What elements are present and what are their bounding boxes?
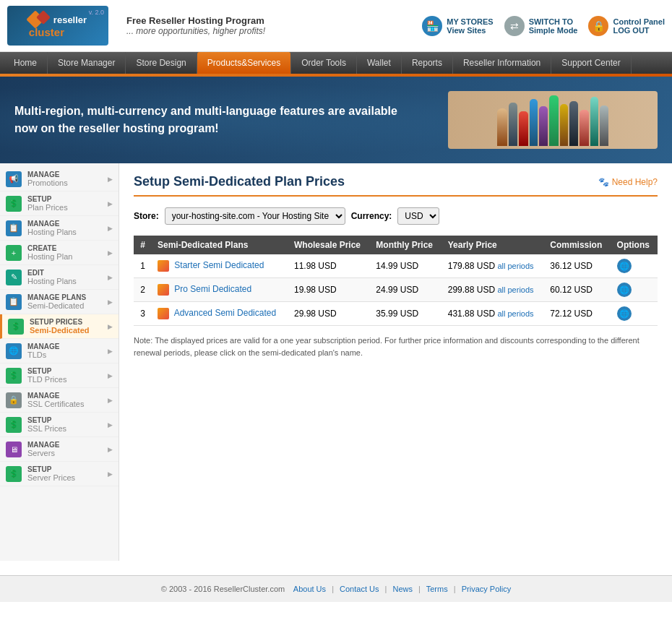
row-plan: Advanced Semi Dedicated (152, 302, 288, 326)
banner-text: Multi-region, multi-currency and multi-l… (14, 103, 419, 137)
options-globe-icon[interactable]: 🌐 (617, 283, 632, 297)
table-row: 3 Advanced Semi Dedicated 29.98 USD 35.9… (134, 302, 658, 326)
footer-about-link[interactable]: About Us (293, 585, 326, 593)
store-dropdown[interactable]: your-hosting-site.com - Your Hosting Sit… (165, 207, 345, 225)
options-globe-icon[interactable]: 🌐 (617, 306, 632, 321)
copyright: © 2003 - 2016 ResellerCluster.com (161, 585, 285, 593)
row-num: 1 (134, 254, 152, 278)
my-stores-icon: 🏪 (422, 16, 442, 36)
tlds-icon: 🌐 (6, 343, 22, 359)
table-row: 2 Pro Semi Dedicated 19.98 USD 24.99 USD… (134, 278, 658, 302)
nav-store-design[interactable]: Store Design (126, 52, 197, 74)
col-monthly: Monthly Price (370, 236, 441, 254)
row-wholesale: 29.98 USD (288, 302, 370, 326)
help-icon: 🐾 (598, 177, 609, 187)
sidebar-item-manage-servers[interactable]: 🖥 MANAGE Servers ▶ (0, 437, 119, 462)
tagline-sub: ... more opportunities, higher profits! (126, 26, 265, 36)
arrow-icon: ▶ (108, 397, 113, 404)
setup-prices-semi-cat: SETUP Prices (30, 318, 90, 326)
sidebar-item-setup-ssl-prices[interactable]: 💲 SETUP SSL Prices ▶ (0, 413, 119, 437)
create-plan-icon: + (6, 245, 22, 261)
manage-promotions-name: Promotions (27, 178, 68, 187)
nav-support[interactable]: Support Center (551, 52, 631, 74)
plan-name-link[interactable]: Pro Semi Dedicated (174, 284, 251, 294)
promotions-icon: 📢 (6, 171, 22, 187)
arrow-icon: ▶ (108, 348, 113, 355)
all-periods-link[interactable]: all periods (497, 262, 533, 270)
sidebar-item-setup-tld-prices[interactable]: 💲 SETUP TLD Prices ▶ (0, 363, 119, 388)
ssl-prices-icon: 💲 (6, 417, 22, 433)
servers-icon: 🖥 (6, 442, 22, 457)
plan-prices-icon: 💲 (6, 196, 22, 212)
need-help-link[interactable]: 🐾 Need Help? (598, 177, 658, 187)
nav-reports[interactable]: Reports (402, 52, 453, 74)
row-plan: Starter Semi Dedicated (152, 254, 288, 278)
switch-label[interactable]: SWITCH TO (529, 17, 578, 26)
col-wholesale: Wholesale Price (288, 236, 370, 254)
sidebar-item-manage-promotions[interactable]: 📢 MANAGE Promotions ▶ (0, 167, 119, 191)
setup-tld-cat: SETUP (27, 367, 66, 375)
all-periods-link[interactable]: all periods (497, 285, 533, 294)
sidebar-item-manage-plans-semidedicated[interactable]: 📋 MANAGE Plans Semi-Dedicated ▶ (0, 290, 119, 314)
footer-news-link[interactable]: News (392, 585, 413, 593)
row-monthly: 35.99 USD (370, 302, 441, 326)
page-footer: © 2003 - 2016 ResellerCluster.com About … (0, 575, 672, 602)
sidebar-item-create-hosting-plan[interactable]: + CREATE Hosting Plan ▶ (0, 241, 119, 265)
nav-store-manager[interactable]: Store Manager (48, 52, 126, 74)
plan-name-link[interactable]: Advanced Semi Dedicated (174, 308, 276, 318)
footer-terms-link[interactable]: Terms (426, 585, 448, 593)
control-panel-label[interactable]: Control Panel (613, 17, 665, 26)
nav-home[interactable]: Home (4, 52, 48, 74)
content-header: Setup Semi-Dedicated Plan Prices 🐾 Need … (134, 174, 658, 197)
my-stores-label[interactable]: MY STORES (447, 17, 493, 26)
sidebar-item-setup-plan-prices[interactable]: 💲 SETUP Plan Prices ▶ (0, 191, 119, 216)
row-plan: Pro Semi Dedicated (152, 278, 288, 302)
footer-privacy-link[interactable]: Privacy Policy (462, 585, 511, 593)
simple-mode-link[interactable]: Simple Mode (529, 26, 578, 35)
logo-version: v. 2.0 (89, 9, 104, 16)
arrow-icon: ▶ (108, 323, 113, 330)
setup-ssl-cat: SETUP (27, 416, 66, 424)
options-globe-icon[interactable]: 🌐 (617, 259, 632, 273)
control-panel-text: Control Panel LOG OUT (613, 17, 665, 35)
row-options[interactable]: 🌐 (611, 254, 658, 278)
nav-products-services[interactable]: Products&Services (197, 52, 291, 74)
view-sites-link[interactable]: View Sites (447, 26, 493, 35)
arrow-icon: ▶ (108, 249, 113, 257)
ssl-icon: 🔒 (6, 392, 22, 408)
row-options[interactable]: 🌐 (611, 302, 658, 326)
manage-promotions-cat: MANAGE (27, 171, 68, 178)
manage-ssl-cat: MANAGE (27, 392, 84, 400)
nav-reseller-info[interactable]: Reseller Information (453, 52, 551, 74)
hosting-plans-icon: 📋 (6, 220, 22, 236)
col-num: # (134, 236, 152, 254)
control-panel-link[interactable]: 🔒 Control Panel LOG OUT (588, 16, 665, 36)
pricing-note: Note: The displayed prices are valid for… (134, 335, 658, 358)
footer-contact-link[interactable]: Contact Us (340, 585, 379, 593)
sidebar-item-setup-prices-semidedicated[interactable]: 💲 SETUP Prices Semi-Dedicated ▶ (0, 314, 119, 339)
switch-to-link[interactable]: ⇄ SWITCH TO Simple Mode (504, 16, 578, 36)
logout-link[interactable]: LOG OUT (613, 26, 665, 35)
sidebar-item-edit-hosting-plans[interactable]: ✎ EDIT Hosting Plans ▶ (0, 265, 119, 290)
logo: reseller cluster v. 2.0 (7, 6, 108, 46)
my-stores-link[interactable]: 🏪 MY STORES View Sites (422, 16, 493, 36)
nav-wallet[interactable]: Wallet (357, 52, 402, 74)
nav-order-tools[interactable]: Order Tools (291, 52, 357, 74)
currency-dropdown[interactable]: USD (397, 207, 439, 225)
arrow-icon: ▶ (108, 225, 113, 232)
plan-name-link[interactable]: Starter Semi Dedicated (174, 260, 264, 270)
row-options[interactable]: 🌐 (611, 278, 658, 302)
nav-bar: Home Store Manager Store Design Products… (0, 52, 672, 74)
plan-icon (158, 284, 169, 296)
store-label: Store: (134, 211, 159, 221)
sidebar-item-manage-tlds[interactable]: 🌐 MANAGE TLDs ▶ (0, 339, 119, 363)
manage-servers-name: Servers (27, 449, 59, 457)
sidebar-item-setup-server-prices[interactable]: 💲 SETUP Server Prices ▶ (0, 462, 119, 486)
sidebar-item-manage-ssl[interactable]: 🔒 MANAGE SSL Certificates ▶ (0, 388, 119, 413)
all-periods-link[interactable]: all periods (497, 309, 533, 318)
row-yearly: 431.88 USD all periods (442, 302, 545, 326)
setup-ssl-name: SSL Prices (27, 424, 66, 433)
sidebar-item-manage-hosting-plans[interactable]: 📋 MANAGE Hosting Plans ▶ (0, 216, 119, 241)
row-yearly: 179.88 USD all periods (442, 254, 545, 278)
main-content: Setup Semi-Dedicated Plan Prices 🐾 Need … (119, 163, 672, 561)
